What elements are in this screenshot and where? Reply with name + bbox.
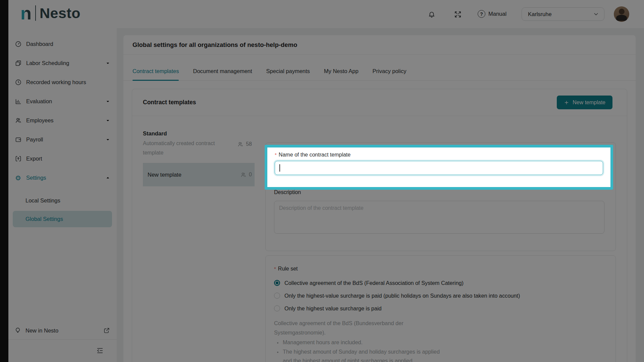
- name-field-label: *Name of the contract template: [275, 152, 351, 158]
- tour-spotlight-name-field: *Name of the contract template: [265, 145, 613, 190]
- required-mark: *: [275, 152, 277, 158]
- name-field-label-text: Name of the contract template: [279, 152, 351, 158]
- text-caret: [279, 164, 280, 172]
- name-input-wrapper: [275, 161, 603, 175]
- contract-template-name-input[interactable]: [275, 161, 603, 175]
